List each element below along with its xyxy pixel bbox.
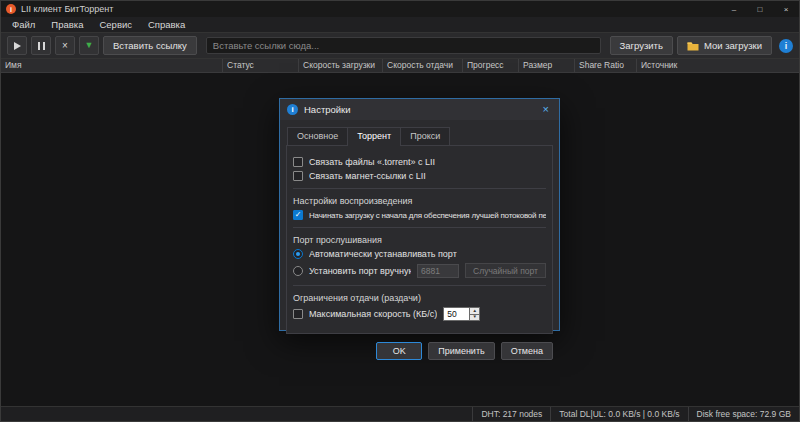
auto-port-label: Автоматически устанавливать порт [309, 249, 457, 259]
column-header-upload-speed[interactable]: Скорость отдачи [383, 59, 463, 72]
column-header-size[interactable]: Размер [519, 59, 575, 72]
associate-magnet-checkbox[interactable] [293, 171, 303, 181]
column-header-name[interactable]: Имя [1, 59, 223, 72]
max-speed-label: Максимальная скорость (КБ/с) [309, 309, 437, 319]
upload-limit-section-label: Ограничения отдачи (раздачи) [293, 293, 546, 303]
tab-torrent[interactable]: Торрент [347, 127, 401, 146]
arrow-down-icon: ▼ [85, 41, 94, 50]
add-torrent-button[interactable]: ▼ [79, 36, 99, 55]
dialog-body: Основное Торрент Прокси Связать файлы «.… [280, 120, 559, 368]
maximize-button[interactable]: □ [747, 1, 773, 17]
dialog-button-row: OK Применить Отмена [286, 342, 553, 360]
statusbar: DHT: 217 nodes Total DL|UL: 0.0 KB/s | 0… [1, 406, 799, 421]
manual-port-label: Установить порт вручную [309, 266, 411, 276]
tab-general[interactable]: Основное [287, 127, 348, 145]
tab-proxy[interactable]: Прокси [400, 127, 450, 145]
associate-torrent-label: Связать файлы «.torrent» с LII [309, 157, 435, 167]
dialog-title: Настройки [304, 104, 351, 115]
cancel-button[interactable]: Отмена [501, 342, 553, 360]
stream-first-row: Начинать загрузку с начала для обеспечен… [293, 210, 546, 220]
link-input[interactable] [206, 37, 601, 54]
divider [293, 227, 546, 228]
auto-port-radio[interactable] [293, 249, 303, 259]
download-button[interactable]: Загрузить [610, 36, 673, 55]
pause-icon [38, 42, 45, 50]
ok-button[interactable]: OK [376, 342, 422, 360]
my-downloads-button[interactable]: Мои загрузки [677, 36, 772, 55]
menu-edit[interactable]: Правка [43, 17, 91, 32]
dialog-titlebar: i Настройки × [280, 99, 559, 120]
manual-port-radio[interactable] [293, 266, 303, 276]
settings-dialog: i Настройки × Основное Торрент Прокси Св… [279, 98, 560, 331]
minimize-button[interactable]: – [721, 1, 747, 17]
app-icon: i [6, 4, 16, 14]
divider [293, 188, 546, 189]
resume-button[interactable] [7, 36, 27, 55]
toolbar: × ▼ Вставить ссылку Загрузить Мои загруз… [1, 32, 799, 59]
max-speed-checkbox[interactable] [293, 309, 303, 319]
total-speed-status: Total DL|UL: 0.0 KB/s | 0.0 KB/s [550, 407, 687, 421]
associate-torrent-checkbox[interactable] [293, 157, 303, 167]
close-button[interactable]: × [773, 1, 799, 17]
max-speed-input[interactable] [443, 307, 469, 321]
manual-port-input[interactable] [417, 264, 459, 278]
column-header-progress[interactable]: Прогресс [463, 59, 519, 72]
spin-arrows: ▲ ▼ [469, 307, 480, 321]
play-icon [14, 42, 21, 50]
playback-section-label: Настройки воспроизведения [293, 196, 546, 206]
folder-icon [687, 41, 699, 51]
associate-magnet-label: Связать магнет-ссылки с LII [309, 171, 426, 181]
paste-link-button[interactable]: Вставить ссылку [103, 36, 197, 55]
associate-torrent-row: Связать файлы «.torrent» с LII [293, 157, 546, 167]
my-downloads-label: Мои загрузки [704, 40, 762, 51]
menubar: Файл Правка Сервис Справка [1, 17, 799, 32]
manual-port-row: Установить порт вручную Случайный порт [293, 263, 546, 278]
associate-magnet-row: Связать магнет-ссылки с LII [293, 171, 546, 181]
column-header-source[interactable]: Источник [637, 59, 799, 72]
column-header-download-speed[interactable]: Скорость загрузки [299, 59, 383, 72]
window-title: LII клиент БитТоррент [21, 4, 113, 14]
dialog-close-icon[interactable]: × [540, 102, 552, 117]
disk-space-status: Disk free space: 72.9 GB [688, 407, 800, 421]
stream-first-label: Начинать загрузку с начала для обеспечен… [309, 211, 546, 220]
auto-port-row: Автоматически устанавливать порт [293, 249, 546, 259]
info-icon[interactable]: i [779, 39, 793, 53]
stream-first-checkbox[interactable] [293, 210, 303, 220]
random-port-button[interactable]: Случайный порт [465, 263, 546, 278]
dialog-tabs: Основное Торрент Прокси [286, 127, 553, 145]
column-header-status[interactable]: Статус [223, 59, 299, 72]
remove-button[interactable]: × [55, 36, 75, 55]
torrent-table-header: Имя Статус Скорость загрузки Скорость от… [1, 59, 799, 73]
menu-help[interactable]: Справка [140, 17, 193, 32]
apply-button[interactable]: Применить [428, 342, 495, 360]
dht-status: DHT: 217 nodes [472, 407, 550, 421]
column-header-share-ratio[interactable]: Share Ratio [575, 59, 637, 72]
torrent-tab-panel: Связать файлы «.torrent» с LII Связать м… [286, 145, 553, 334]
spin-down-icon[interactable]: ▼ [469, 315, 480, 322]
remove-icon: × [62, 41, 68, 51]
titlebar: i LII клиент БитТоррент – □ × [1, 1, 799, 17]
dialog-app-icon: i [287, 104, 298, 115]
divider [293, 285, 546, 286]
max-speed-spinbox: ▲ ▼ [443, 307, 480, 321]
max-speed-row: Максимальная скорость (КБ/с) ▲ ▼ [293, 307, 546, 321]
pause-button[interactable] [31, 36, 51, 55]
menu-service[interactable]: Сервис [91, 17, 140, 32]
port-section-label: Порт прослушивания [293, 235, 546, 245]
menu-file[interactable]: Файл [4, 17, 43, 32]
